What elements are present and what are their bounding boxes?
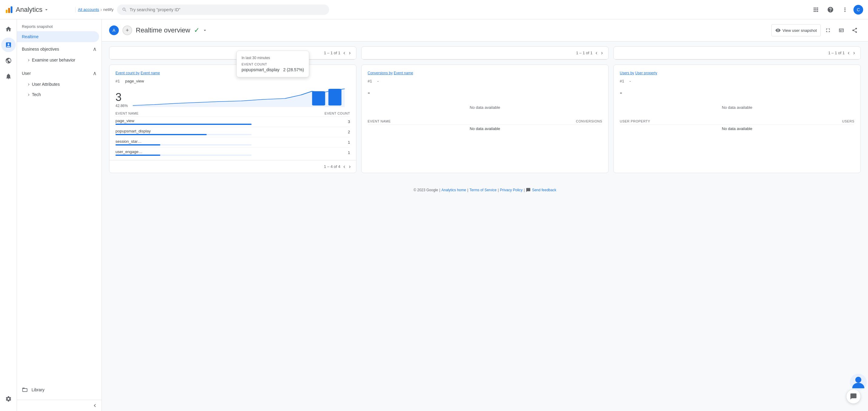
chat-icon (850, 393, 857, 400)
top-card-3-prev[interactable]: ‹ (847, 49, 850, 57)
sidebar-library-item[interactable]: Library (17, 383, 101, 397)
top-card-2-next[interactable]: › (600, 49, 603, 57)
snapshot-icon (775, 28, 781, 33)
conv-th-name: EVENT NAME (368, 118, 477, 125)
event-name-cell: user_engage… (116, 148, 252, 158)
conversions-rank-dash: - (377, 79, 378, 83)
users-th-prop: USER PROPERTY (620, 118, 787, 125)
dropdown-icon[interactable] (44, 7, 49, 12)
nav-settings-icon[interactable] (1, 391, 16, 406)
table-row: user_engage… 1 (116, 148, 350, 158)
user-collapse-icon: ∧ (93, 70, 97, 77)
cards-area: 1 – 1 of 1 ‹ › 1 – 1 of 1 ‹ › 1 – 1 of 1… (102, 41, 868, 183)
share-button[interactable] (848, 24, 861, 36)
search-input[interactable] (130, 7, 324, 12)
add-comparison-button[interactable]: + (122, 26, 132, 35)
search-bar[interactable] (117, 4, 329, 15)
footer: © 2023 Google | Analytics home | Terms o… (102, 183, 868, 197)
event-count-rank-num: #1 (116, 79, 122, 83)
footer-copyright: © 2023 Google (414, 188, 438, 192)
conv-th-conv: CONVERSIONS (477, 118, 602, 125)
nav-advertising-icon[interactable] (1, 69, 16, 84)
main-content: A + Realtime overview ✓ View user snapsh… (102, 20, 868, 411)
sidebar: Reports snapshot Realtime Business objec… (17, 20, 102, 411)
footer-analytics-home-link[interactable]: Analytics home (441, 188, 466, 192)
conversions-no-data-msg: No data available (368, 99, 602, 116)
expand-button[interactable] (822, 24, 834, 36)
users-card-body: Users by User property #1 - - No data av… (614, 65, 861, 135)
report-avatar: A (109, 26, 119, 35)
conversions-card-body: Conversions by Event name #1 - - No data… (362, 65, 608, 135)
svg-rect-1 (8, 8, 10, 13)
feedback-icon (526, 188, 531, 192)
report-header: A + Realtime overview ✓ View user snapsh… (102, 20, 868, 41)
status-dropdown-button[interactable] (200, 26, 209, 35)
sidebar-examine-item[interactable]: › Examine user behavior (17, 55, 101, 65)
event-count-next[interactable]: › (348, 163, 351, 170)
top-card-1-prev[interactable]: ‹ (343, 49, 346, 57)
view-user-snapshot-button[interactable]: View user snapshot (771, 24, 821, 36)
users-no-data-msg: No data available (620, 99, 855, 116)
users-rank-num: #1 (620, 79, 626, 83)
top-card-2-page: 1 – 1 of 1 (576, 51, 592, 55)
svg-point-7 (855, 377, 861, 383)
avatar[interactable]: C (854, 5, 863, 14)
footer-sep4: | (524, 188, 525, 192)
svg-rect-4 (328, 89, 341, 105)
event-name-cell: session_star… (116, 137, 252, 148)
footer-privacy-link[interactable]: Privacy Policy (500, 188, 523, 192)
event-count-chart (133, 86, 350, 108)
footer-terms-link[interactable]: Terms of Service (469, 188, 496, 192)
nav-home-icon[interactable] (1, 22, 16, 36)
top-card-2-prev[interactable]: ‹ (595, 49, 598, 57)
conversions-no-data-top: - (368, 86, 602, 99)
event-count-cell: 2 (252, 127, 350, 137)
conversions-card: Conversions by Event name #1 - - No data… (361, 65, 609, 173)
footer-sep1: | (439, 188, 440, 192)
nav-explore-icon[interactable] (1, 53, 16, 68)
event-count-th-count: EVENT COUNT (252, 110, 350, 117)
event-name-cell: popupsmart_display (116, 127, 252, 137)
table-row[interactable]: popupsmart_display 2 (116, 127, 350, 137)
users-no-data: No data available (620, 125, 855, 133)
report-actions: View user snapshot (771, 24, 861, 36)
sidebar-realtime-item[interactable]: Realtime (17, 31, 99, 42)
event-count-big-num: 3 (116, 91, 128, 104)
event-count-cell: 1 (252, 148, 350, 158)
svg-rect-0 (6, 10, 7, 13)
floating-user-icon[interactable] (848, 373, 868, 393)
apps-button[interactable] (810, 4, 822, 16)
tooltip-section-label: EVENT COUNT (242, 62, 304, 66)
event-count-page-label: 1 – 4 of 4 (324, 164, 340, 169)
event-count-rank: #1 page_view (116, 79, 350, 83)
breadcrumb-sep: › (100, 7, 102, 12)
sidebar-section-business-header[interactable]: Business objectives ∧ (17, 43, 101, 55)
table-view-button[interactable] (835, 24, 847, 36)
google-analytics-logo (5, 5, 13, 14)
users-no-data-top: - (620, 86, 855, 99)
footer-feedback-link[interactable]: Send feedback (532, 188, 556, 192)
bottom-cards-row: Event count by Event name #1 page_view 3… (109, 65, 861, 173)
more-options-button[interactable] (839, 4, 851, 16)
tooltip-header: In last 30 minutes (242, 56, 304, 60)
sidebar-tech-item[interactable]: › Tech (17, 89, 101, 100)
footer-sep3: | (498, 188, 499, 192)
breadcrumb-account: netlify (103, 7, 113, 12)
sidebar-section-user-header[interactable]: User ∧ (17, 68, 101, 79)
sidebar-user-attributes-item[interactable]: › User Attributes (17, 79, 101, 89)
conversions-table: EVENT NAME CONVERSIONS No data available (368, 118, 602, 133)
sidebar-section-user: User ∧ › User Attributes › Tech (17, 66, 101, 101)
top-card-1-next[interactable]: › (348, 49, 351, 57)
tooltip-row: popupsmart_display 2 (28.57%) (242, 67, 304, 72)
top-card-3-next[interactable]: › (852, 49, 856, 57)
breadcrumb-all-accounts[interactable]: All accounts (78, 7, 99, 12)
nav-reports-icon[interactable] (1, 38, 16, 52)
top-card-2: 1 – 1 of 1 ‹ › (361, 46, 609, 60)
event-count-pct: 42.86% (116, 104, 128, 108)
event-count-prev[interactable]: ‹ (343, 163, 346, 170)
event-count-card: Event count by Event name #1 page_view 3… (109, 65, 356, 173)
help-button[interactable] (824, 4, 836, 16)
sidebar-collapse-btn[interactable] (17, 400, 101, 411)
sidebar-realtime-label: Realtime (22, 34, 38, 39)
top-card-3-pagination: 1 – 1 of 1 ‹ › (614, 47, 861, 59)
